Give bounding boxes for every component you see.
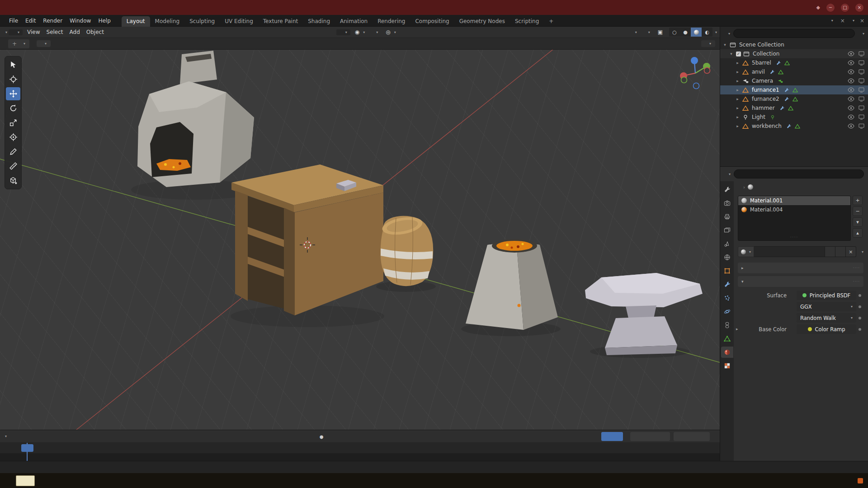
rotate-tool[interactable] bbox=[6, 102, 20, 115]
viewport-canvas[interactable] bbox=[0, 50, 720, 430]
expand-icon[interactable]: ▸ bbox=[735, 79, 741, 83]
expand-icon[interactable]: ▸ bbox=[735, 106, 741, 110]
hide-in-viewport-eye-icon[interactable] bbox=[848, 69, 854, 75]
expand-icon[interactable]: ▸ bbox=[735, 124, 741, 128]
timeline-ruler[interactable] bbox=[0, 443, 720, 454]
mode-dropdown[interactable]: ▾ bbox=[9, 29, 23, 35]
shading-solid-button[interactable]: ● bbox=[680, 28, 691, 37]
window-menu-icon[interactable]: ◆ bbox=[816, 5, 820, 10]
model-5barrel[interactable] bbox=[381, 214, 434, 286]
drag-dropdown[interactable]: ▾ bbox=[37, 40, 51, 47]
chevron-down-icon[interactable]: ▾ bbox=[863, 32, 864, 36]
menu-window[interactable]: Window bbox=[66, 16, 94, 25]
viewport-menu-select[interactable]: Select bbox=[43, 28, 66, 36]
decorator-dot[interactable] bbox=[856, 305, 863, 308]
properties-tab-scene[interactable] bbox=[721, 238, 733, 249]
hide-in-viewport-eye-icon[interactable] bbox=[848, 60, 854, 66]
shading-rendered-button[interactable]: ◐ bbox=[702, 28, 712, 37]
add-slot-button[interactable]: + bbox=[853, 196, 863, 205]
frame-end-field[interactable] bbox=[674, 432, 710, 441]
properties-tab-material[interactable] bbox=[721, 347, 733, 358]
model-furnance1[interactable] bbox=[137, 51, 254, 187]
select-box-tool[interactable] bbox=[6, 58, 20, 71]
close-button[interactable]: × bbox=[855, 4, 863, 12]
show-desktop-button[interactable] bbox=[858, 478, 863, 483]
pan-hand-icon[interactable] bbox=[700, 108, 711, 119]
dropdown-ggx[interactable]: GGX▾ bbox=[797, 302, 856, 311]
add-cube-tool[interactable] bbox=[6, 174, 20, 187]
workspace-tab-rendering[interactable]: Rendering bbox=[373, 16, 410, 27]
collapse-icon[interactable]: ▾ bbox=[722, 42, 728, 47]
expand-icon[interactable]: ▸ bbox=[736, 327, 738, 331]
proportional-editing-toggle[interactable]: ◎ ▾ bbox=[382, 28, 399, 36]
hide-in-viewport-eye-icon[interactable] bbox=[848, 87, 854, 93]
users-count-button[interactable] bbox=[825, 246, 835, 257]
material-slot-material-004[interactable]: Material.004 bbox=[738, 205, 850, 214]
menu-render[interactable]: Render bbox=[39, 16, 66, 25]
gizmo-neg-x-axis[interactable] bbox=[704, 68, 710, 74]
outliner-row-hammer[interactable]: ▸hammer bbox=[720, 103, 868, 113]
disable-in-viewports-icon[interactable] bbox=[858, 78, 865, 84]
remove-slot-button[interactable]: − bbox=[853, 206, 863, 216]
expand-icon[interactable]: ▸ bbox=[735, 61, 741, 65]
scale-tool[interactable] bbox=[6, 116, 20, 129]
disable-in-viewports-icon[interactable] bbox=[858, 96, 865, 102]
properties-tab-tool[interactable] bbox=[721, 184, 733, 195]
frame-start-field[interactable] bbox=[630, 432, 670, 441]
model-furnance2[interactable] bbox=[466, 239, 558, 330]
menu-file[interactable]: File bbox=[5, 16, 22, 25]
outliner-search-input[interactable] bbox=[733, 29, 855, 38]
minimize-button[interactable]: − bbox=[826, 4, 835, 12]
gizmo-neg-y-axis[interactable] bbox=[681, 77, 687, 83]
new-material-button[interactable] bbox=[835, 246, 846, 257]
button-color-ramp[interactable]: Color Ramp bbox=[797, 324, 856, 334]
workspace-tab-uv-editing[interactable]: UV Editing bbox=[220, 16, 258, 27]
slot-specials-button[interactable]: ▾ bbox=[853, 217, 863, 227]
disable-in-viewports-icon[interactable] bbox=[858, 114, 865, 120]
move-slot-up-button[interactable]: ▴ bbox=[853, 228, 863, 238]
auto-keying-button[interactable]: ● bbox=[316, 432, 327, 441]
expand-icon[interactable]: ▸ bbox=[735, 115, 741, 119]
hide-in-viewport-eye-icon[interactable] bbox=[848, 78, 854, 84]
viewport-menu-add[interactable]: Add bbox=[66, 28, 83, 36]
menu-edit[interactable]: Edit bbox=[22, 16, 39, 25]
disable-in-viewports-icon[interactable] bbox=[858, 51, 865, 56]
outliner-row-workbench[interactable]: ▸workbench bbox=[720, 122, 868, 131]
workspace-tab-animation[interactable]: Animation bbox=[335, 16, 373, 27]
current-frame-indicator[interactable] bbox=[21, 444, 33, 452]
dropdown-random-walk[interactable]: Random Walk▾ bbox=[797, 313, 856, 323]
current-frame-field[interactable] bbox=[601, 432, 623, 441]
filter-dropdown[interactable]: ▾ bbox=[860, 250, 863, 254]
properties-tab-object-data[interactable] bbox=[721, 333, 733, 344]
workspace-tab-scripting[interactable]: Scripting bbox=[510, 16, 544, 27]
outliner-row-collection[interactable]: ▾✓Collection bbox=[720, 49, 868, 58]
hide-in-viewport-eye-icon[interactable] bbox=[848, 105, 854, 111]
unlink-material-button[interactable]: × bbox=[846, 246, 856, 257]
decorator-dot[interactable] bbox=[856, 328, 863, 331]
workspace-tab-layout[interactable]: Layout bbox=[122, 16, 150, 27]
outliner-row-furnance1[interactable]: ▸furnance1 bbox=[720, 85, 868, 94]
orientation-dropdown[interactable]: + ▾ bbox=[8, 39, 29, 48]
outliner-row-scene-collection[interactable]: ▾Scene Collection bbox=[720, 40, 868, 49]
pivot-point-dropdown[interactable]: ◉ ▾ bbox=[352, 28, 368, 36]
measure-tool[interactable] bbox=[6, 160, 20, 173]
hide-in-viewport-eye-icon[interactable] bbox=[848, 51, 854, 56]
disable-in-viewports-icon[interactable] bbox=[858, 105, 865, 111]
titlebar[interactable]: ◆ − □ × bbox=[0, 0, 868, 15]
preview-panel-header[interactable]: ▸ ···· bbox=[738, 263, 863, 273]
snapping-toggle[interactable]: ▾ bbox=[369, 29, 381, 35]
gizmo-neg-z-axis[interactable] bbox=[693, 83, 699, 89]
outliner-row-anvil[interactable]: ▸anvil bbox=[720, 67, 868, 76]
workspace-tab-shading[interactable]: Shading bbox=[303, 16, 335, 27]
options-dropdown[interactable]: ▾ bbox=[701, 40, 715, 47]
decorator-dot[interactable] bbox=[856, 294, 863, 297]
collection-checkbox[interactable]: ✓ bbox=[736, 52, 741, 56]
transform-orientation-dropdown[interactable]: ▾ bbox=[336, 29, 350, 35]
workspace-tab-compositing[interactable]: Compositing bbox=[410, 16, 454, 27]
annotate-tool[interactable] bbox=[6, 145, 20, 158]
properties-tab-physics[interactable] bbox=[721, 306, 733, 317]
viewport-menu-view[interactable]: View bbox=[24, 28, 43, 36]
outliner-row-light[interactable]: ▸Light bbox=[720, 113, 868, 122]
shading-material-button[interactable] bbox=[691, 28, 702, 37]
disable-in-viewports-icon[interactable] bbox=[858, 60, 865, 66]
